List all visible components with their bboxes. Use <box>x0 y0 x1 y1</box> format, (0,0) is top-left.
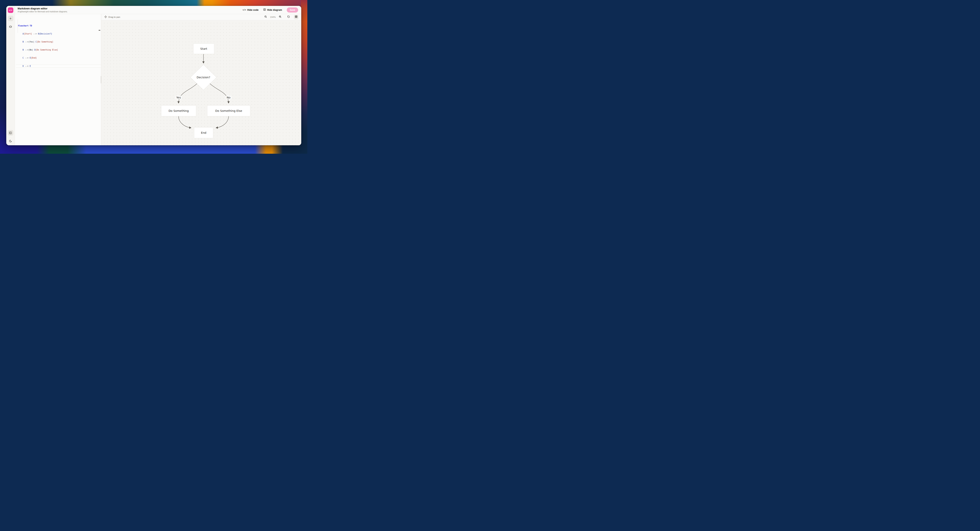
desktop: </> <box>0 0 307 154</box>
code-logo-icon: </> <box>9 9 12 11</box>
dark-mode-button[interactable] <box>8 138 13 144</box>
toggle-sidebar-button[interactable] <box>8 130 13 135</box>
grid-icon <box>295 15 298 19</box>
edge-label-no: No <box>226 96 231 99</box>
zoom-out-icon <box>264 15 267 19</box>
header-actions: </> Hide code Hide diagram Save <box>243 8 298 13</box>
page-subtitle: A lightweight editor for Mermaid and mar… <box>18 11 68 13</box>
code-token: --> <box>24 57 30 59</box>
header-titles: Markdown diagram editor A lightweight ed… <box>18 7 68 13</box>
edge-decision-no <box>210 84 229 103</box>
edge-decision-yes <box>178 84 197 103</box>
code-token: {Decision?} <box>39 33 52 35</box>
code-line: flowchart TD <box>18 24 101 27</box>
code-token: --> <box>32 33 38 35</box>
zoom-out-button[interactable] <box>264 15 267 19</box>
hide-diagram-button[interactable]: Hide diagram <box>263 8 282 11</box>
hide-code-button[interactable]: </> Hide code <box>243 9 259 11</box>
code-icon: </> <box>243 9 246 11</box>
code-line: B -->|Yes| C[Do Something] <box>18 41 101 43</box>
diagram-panel: Drag to pan 194% <box>101 14 301 145</box>
code-line: C --> E[End] <box>18 57 101 59</box>
code-token: [End] <box>31 57 37 59</box>
code-token: |No| <box>29 49 34 51</box>
code-token: flowchart TD <box>18 25 32 27</box>
gallery-horizontal-icon <box>9 25 12 28</box>
node-do-something: Do Something <box>161 105 196 116</box>
code-token: [Start] <box>24 33 32 35</box>
node-start-label: Start <box>200 47 207 50</box>
zoom-level: 194% <box>270 16 276 18</box>
edge-c-end <box>178 116 191 128</box>
zoom-in-button[interactable] <box>279 15 282 19</box>
reset-button[interactable] <box>287 16 291 19</box>
wallpaper-bottom <box>0 145 307 154</box>
toggle-grid-button[interactable] <box>294 15 299 19</box>
code-line: A[Start] --> B{Decision?} <box>18 33 101 35</box>
code-token: |Yes| <box>29 41 35 43</box>
node-do-something-label: Do Something <box>169 109 189 113</box>
node-decision-label: Decision? <box>197 76 210 79</box>
diagram-toolbar: Drag to pan 194% <box>101 14 301 20</box>
hide-diagram-label: Hide diagram <box>267 9 282 11</box>
moon-icon <box>9 139 12 143</box>
code-token: --> <box>24 65 30 67</box>
app-window: </> <box>6 6 301 145</box>
diagram-toolbar-right: 194% <box>264 15 299 19</box>
edge-label-yes: Yes <box>175 96 181 99</box>
drag-to-pan-label: Drag to pan <box>108 16 120 18</box>
diagram-canvas[interactable]: Start Decision? Do Something Do Somethin… <box>101 20 301 145</box>
node-end: End <box>194 127 213 138</box>
rotate-ccw-icon <box>287 16 290 19</box>
code-token: --> <box>24 49 29 51</box>
scroll-indicator[interactable] <box>99 30 100 30</box>
hide-code-label: Hide code <box>247 9 259 11</box>
code-line-active: D --> E <box>16 65 101 68</box>
flowchart-edges <box>101 20 301 145</box>
code-token <box>18 41 22 43</box>
wallpaper-top <box>0 0 307 7</box>
code-token: [Do Something Else] <box>35 49 58 51</box>
code-token <box>18 33 22 35</box>
sidebar: </> <box>6 6 15 145</box>
edge-d-end <box>216 116 229 128</box>
code-token <box>18 65 22 67</box>
code-token: E <box>30 65 31 67</box>
node-do-something-else: Do Something Else <box>207 105 250 116</box>
code-line: B -->|No| D[Do Something Else] <box>18 49 101 51</box>
code-editor[interactable]: flowchart TD A[Start] --> B{Decision?} B… <box>15 14 101 145</box>
code-token <box>18 57 22 59</box>
flowchart: Start Decision? Do Something Do Somethin… <box>101 20 301 145</box>
save-button[interactable]: Save <box>287 8 298 13</box>
code-token <box>18 49 22 51</box>
content-row: flowchart TD A[Start] --> B{Decision?} B… <box>15 14 301 145</box>
wallpaper-left <box>0 0 7 154</box>
app-logo: </> <box>8 8 13 13</box>
code-token: --> <box>24 41 29 43</box>
page-title: Markdown diagram editor <box>18 7 68 10</box>
node-do-something-else-label: Do Something Else <box>215 109 242 113</box>
zoom-in-icon <box>279 15 282 19</box>
gallery-button[interactable] <box>8 24 13 29</box>
code-token: [Do Something] <box>37 41 53 43</box>
main-area: Markdown diagram editor A lightweight ed… <box>15 6 301 145</box>
wallpaper-right <box>301 0 307 154</box>
header: Markdown diagram editor A lightweight ed… <box>15 6 301 14</box>
node-start: Start <box>193 43 214 54</box>
node-end-label: End <box>201 131 207 134</box>
panel-right-icon <box>263 8 266 11</box>
panel-left-icon <box>9 132 12 134</box>
new-document-button[interactable] <box>8 16 13 21</box>
plus-icon <box>9 17 12 20</box>
drag-to-pan-hint: Drag to pan <box>104 16 120 19</box>
move-icon <box>104 16 107 19</box>
